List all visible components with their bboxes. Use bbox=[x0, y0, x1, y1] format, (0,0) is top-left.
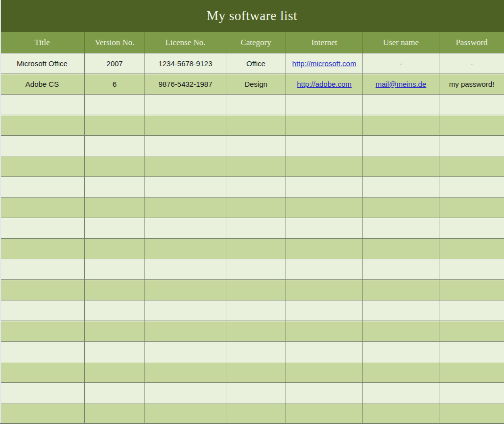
table-cell[interactable] bbox=[363, 259, 439, 279]
table-cell[interactable] bbox=[363, 218, 439, 238]
table-cell[interactable] bbox=[85, 239, 145, 259]
table-cell[interactable] bbox=[363, 342, 439, 362]
table-cell[interactable] bbox=[439, 156, 504, 176]
table-cell[interactable] bbox=[0, 383, 85, 403]
table-cell[interactable] bbox=[226, 403, 286, 424]
hyperlink[interactable]: http://microsoft.com bbox=[292, 59, 357, 68]
table-cell[interactable] bbox=[439, 136, 504, 156]
table-cell[interactable] bbox=[363, 362, 439, 382]
table-cell[interactable] bbox=[85, 115, 145, 135]
table-cell[interactable] bbox=[439, 300, 504, 321]
table-cell[interactable]: 9876-5432-1987 bbox=[145, 74, 226, 94]
table-cell[interactable] bbox=[439, 177, 504, 197]
table-cell[interactable] bbox=[145, 177, 226, 197]
table-cell[interactable] bbox=[286, 115, 363, 135]
table-cell[interactable] bbox=[85, 280, 145, 300]
table-cell[interactable] bbox=[439, 362, 504, 382]
hyperlink[interactable]: mail@meins.de bbox=[376, 80, 427, 88]
table-cell[interactable] bbox=[286, 383, 363, 403]
table-cell[interactable] bbox=[226, 136, 286, 156]
table-cell[interactable] bbox=[363, 383, 439, 403]
table-cell[interactable]: Design bbox=[226, 74, 286, 94]
table-cell[interactable] bbox=[0, 198, 85, 218]
table-cell[interactable] bbox=[363, 136, 439, 156]
table-cell[interactable]: my password! bbox=[439, 74, 504, 94]
table-cell[interactable] bbox=[85, 403, 145, 424]
table-cell[interactable] bbox=[286, 156, 363, 176]
table-cell[interactable] bbox=[145, 403, 226, 424]
table-cell[interactable] bbox=[226, 198, 286, 218]
table-cell[interactable] bbox=[226, 115, 286, 135]
table-cell[interactable] bbox=[85, 321, 145, 341]
table-cell[interactable] bbox=[286, 136, 363, 156]
table-cell[interactable] bbox=[286, 342, 363, 362]
table-cell[interactable] bbox=[145, 362, 226, 382]
table-cell[interactable] bbox=[286, 300, 363, 321]
table-cell[interactable] bbox=[85, 198, 145, 218]
table-cell[interactable] bbox=[226, 321, 286, 341]
table-cell[interactable] bbox=[363, 198, 439, 218]
table-cell[interactable] bbox=[85, 383, 145, 403]
table-cell[interactable] bbox=[145, 115, 226, 135]
table-cell[interactable] bbox=[439, 403, 504, 424]
table-cell[interactable] bbox=[286, 259, 363, 279]
table-cell[interactable] bbox=[363, 115, 439, 135]
table-cell[interactable] bbox=[286, 218, 363, 238]
table-cell[interactable] bbox=[363, 156, 439, 176]
table-cell[interactable] bbox=[85, 362, 145, 382]
table-cell[interactable] bbox=[0, 115, 85, 135]
table-cell[interactable] bbox=[0, 362, 85, 382]
table-cell[interactable] bbox=[439, 218, 504, 238]
table-cell[interactable] bbox=[0, 280, 85, 300]
table-cell[interactable] bbox=[145, 321, 226, 341]
table-cell[interactable] bbox=[0, 239, 85, 259]
table-cell[interactable] bbox=[0, 177, 85, 197]
table-cell[interactable] bbox=[363, 239, 439, 259]
table-cell[interactable] bbox=[226, 218, 286, 238]
table-cell[interactable] bbox=[85, 95, 145, 115]
table-cell[interactable] bbox=[286, 321, 363, 341]
table-cell[interactable]: - bbox=[363, 53, 439, 74]
table-cell[interactable] bbox=[145, 156, 226, 176]
table-cell[interactable] bbox=[286, 403, 363, 424]
table-cell[interactable]: mail@meins.de bbox=[363, 74, 439, 94]
table-cell[interactable]: 6 bbox=[85, 74, 145, 94]
table-cell[interactable]: Microsoft Office bbox=[0, 53, 85, 74]
table-cell[interactable] bbox=[363, 95, 439, 115]
table-cell[interactable] bbox=[85, 259, 145, 279]
table-cell[interactable] bbox=[286, 239, 363, 259]
table-cell[interactable] bbox=[145, 239, 226, 259]
table-cell[interactable] bbox=[85, 300, 145, 321]
table-cell[interactable]: Office bbox=[226, 53, 286, 74]
table-cell[interactable] bbox=[145, 198, 226, 218]
table-cell[interactable] bbox=[226, 362, 286, 382]
table-cell[interactable] bbox=[226, 95, 286, 115]
table-cell[interactable] bbox=[439, 342, 504, 362]
table-cell[interactable] bbox=[85, 136, 145, 156]
table-cell[interactable] bbox=[363, 177, 439, 197]
table-cell[interactable] bbox=[145, 136, 226, 156]
table-cell[interactable] bbox=[286, 362, 363, 382]
table-cell[interactable]: 1234-5678-9123 bbox=[145, 53, 226, 74]
table-cell[interactable] bbox=[439, 383, 504, 403]
table-cell[interactable]: - bbox=[439, 53, 504, 74]
table-cell[interactable] bbox=[439, 239, 504, 259]
table-cell[interactable] bbox=[145, 95, 226, 115]
table-cell[interactable] bbox=[286, 177, 363, 197]
table-cell[interactable] bbox=[286, 280, 363, 300]
table-cell[interactable] bbox=[439, 259, 504, 279]
table-cell[interactable] bbox=[85, 218, 145, 238]
table-cell[interactable] bbox=[226, 239, 286, 259]
table-cell[interactable] bbox=[286, 198, 363, 218]
table-cell[interactable] bbox=[226, 383, 286, 403]
table-cell[interactable] bbox=[0, 403, 85, 424]
hyperlink[interactable]: http://adobe.com bbox=[297, 80, 352, 88]
table-cell[interactable] bbox=[439, 95, 504, 115]
table-cell[interactable]: http://adobe.com bbox=[286, 74, 363, 94]
table-cell[interactable] bbox=[363, 280, 439, 300]
table-cell[interactable]: http://microsoft.com bbox=[286, 53, 363, 74]
table-cell[interactable] bbox=[0, 342, 85, 362]
table-cell[interactable] bbox=[439, 321, 504, 341]
table-cell[interactable] bbox=[85, 177, 145, 197]
table-cell[interactable] bbox=[363, 300, 439, 321]
